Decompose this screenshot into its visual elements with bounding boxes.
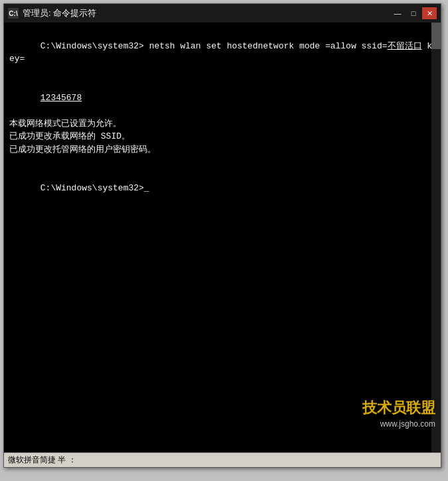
terminal-prompt: C:\Windows\system32>_ — [9, 169, 435, 208]
terminal-line2: 12345678 — [9, 78, 435, 117]
title-bar-left: C:\ 管理员: 命令提示符 — [8, 7, 96, 19]
command-line: C:\Windows\system32> netsh wlan set host… — [9, 41, 432, 64]
status-bar: 微软拼音简捷 半 ： — [4, 452, 441, 467]
scrollbar-track[interactable] — [431, 23, 441, 452]
terminal-line4: 已成功更改承载网络的 SSID。 — [9, 130, 435, 143]
scrollbar-thumb[interactable] — [431, 23, 441, 49]
close-button[interactable]: ✕ — [422, 7, 437, 19]
watermark-url: www.jsgho.com — [362, 419, 435, 429]
status-text: 微软拼音简捷 半 ： — [8, 454, 76, 466]
title-bar: C:\ 管理员: 命令提示符 — □ ✕ — [4, 4, 441, 23]
terminal-line5: 已成功更改托管网络的用户密钥密码。 — [9, 143, 435, 157]
terminal-line6 — [9, 156, 435, 169]
terminal-content: C:\Windows\system32> netsh wlan set host… — [9, 27, 435, 78]
window-controls: — □ ✕ — [390, 7, 437, 19]
window-title: 管理员: 命令提示符 — [23, 7, 96, 19]
cmd-window: C:\ 管理员: 命令提示符 — □ ✕ C:\Windows\system32… — [3, 3, 441, 468]
maximize-button[interactable]: □ — [406, 7, 421, 19]
watermark: 技术员联盟 www.jsgho.com — [362, 398, 435, 429]
minimize-button[interactable]: — — [390, 7, 405, 19]
terminal-line3: 本载网络模式已设置为允许。 — [9, 117, 435, 131]
cmd-icon: C:\ — [8, 8, 19, 19]
watermark-title: 技术员联盟 — [362, 398, 435, 418]
terminal-body[interactable]: C:\Windows\system32> netsh wlan set host… — [4, 23, 441, 452]
